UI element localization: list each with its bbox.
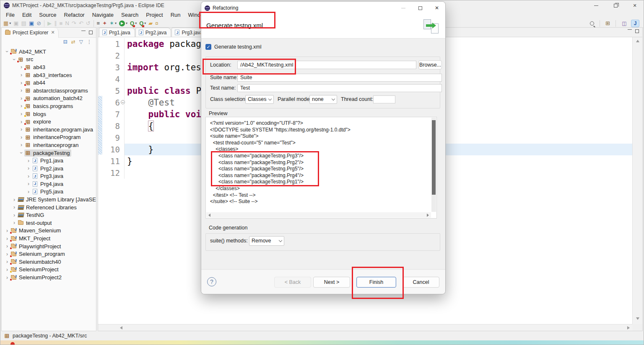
browse-button[interactable]: Browse... [418, 60, 442, 70]
collapsed-arrow-icon[interactable]: › [18, 96, 24, 101]
collapsed-arrow-icon[interactable]: › [11, 197, 17, 202]
test-name-input[interactable]: Test [237, 84, 442, 92]
collapsed-arrow-icon[interactable]: › [26, 166, 31, 171]
tree-item-selenium-program[interactable]: ›JSelenium_program [2, 250, 96, 258]
window-minimize-button[interactable] [587, 0, 606, 10]
collapsed-arrow-icon[interactable]: › [11, 205, 17, 210]
tree-item-automation-batch42[interactable]: ›⊞automation_batch42 [2, 95, 96, 103]
menu-run[interactable]: Run [167, 11, 184, 18]
menu-source[interactable]: Source [35, 11, 60, 18]
thread-count-input[interactable] [373, 95, 395, 103]
run-button[interactable]: ▶▾ [118, 19, 129, 28]
tree-item-blogs[interactable]: ›⊞blogs [2, 110, 96, 118]
class-selection-dropdown[interactable]: Classes [245, 95, 274, 104]
window-restore-button[interactable] [606, 0, 625, 10]
collapsed-arrow-icon[interactable]: › [18, 111, 24, 116]
collapsed-arrow-icon[interactable]: › [18, 80, 24, 85]
fold-collapse-icon[interactable]: − [121, 100, 125, 104]
tree-item-inheritanceprogran[interactable]: ›⊞inheritanceprogran [2, 141, 96, 149]
preview-horizontal-scrollbar[interactable] [206, 212, 431, 218]
search-torch-button[interactable]: ¤ [154, 19, 159, 28]
tree-item-test-output[interactable]: ›test-output [2, 219, 96, 227]
skip-breakpoints-button[interactable]: ⊘ [35, 19, 42, 28]
collapsed-arrow-icon[interactable]: › [4, 228, 10, 233]
collapsed-arrow-icon[interactable]: › [18, 119, 24, 124]
window-close-button[interactable]: ✕ [625, 0, 644, 10]
tree-item-seleniumbatch40[interactable]: ›JSeleniumbatch40 [2, 258, 96, 266]
collapsed-arrow-icon[interactable]: › [18, 72, 24, 77]
preview-vertical-scrollbar[interactable] [431, 118, 436, 212]
view-menu-icon[interactable]: ⋮ [87, 39, 92, 45]
dropdown-arrow-icon[interactable]: ▾ [126, 21, 127, 25]
external-tools-button[interactable]: ✦ [101, 19, 108, 28]
menu-navigate[interactable]: Navigate [88, 11, 117, 18]
tree-item-seleniumproject2[interactable]: ›JSeleniumProject2 [2, 273, 96, 281]
open-console-button[interactable]: ▣ [28, 19, 35, 28]
tree-item-inheritance-program-java[interactable]: ›⊞inheritance.program.java [2, 126, 96, 134]
tree-item-explore[interactable]: ›⊞explore [2, 118, 96, 126]
dropdown-arrow-icon[interactable]: ▾ [9, 21, 11, 25]
suite-methods-dropdown[interactable]: Remove [249, 236, 284, 246]
tree-item-inheritanceprogram[interactable]: ›⊞inheritanceProgram [2, 134, 96, 142]
tree-item-ab42-mkt[interactable]: ›JAb42_MKT [2, 48, 96, 56]
editor-minimize-icon[interactable] [628, 29, 632, 33]
suite-name-input[interactable]: Suite [237, 74, 442, 82]
collapsed-arrow-icon[interactable]: › [18, 142, 24, 147]
editor-tab-prg2-java[interactable]: JPrg2.java [135, 28, 171, 37]
next-button[interactable]: Next > [313, 277, 350, 288]
collapsed-arrow-icon[interactable]: › [26, 189, 31, 194]
collapsed-arrow-icon[interactable]: › [26, 174, 31, 179]
save-button[interactable]: ▣ [12, 19, 20, 28]
editor-tab-prg1-java[interactable]: JPrg1.java [99, 28, 135, 37]
expanded-arrow-icon[interactable]: › [19, 150, 24, 156]
collapsed-arrow-icon[interactable]: › [18, 127, 24, 132]
drop-to-frame-button[interactable]: ↺ [85, 19, 92, 28]
collapsed-arrow-icon[interactable]: › [4, 244, 10, 249]
tree-item-ab43-interfaces[interactable]: ›⊞ab43_interfaces [2, 71, 96, 79]
menu-project[interactable]: Project [142, 11, 166, 18]
dropdown-arrow-icon[interactable]: ▾ [144, 21, 146, 25]
dropdown-arrow-icon[interactable]: ▾ [135, 21, 137, 25]
menu-search[interactable]: Search [117, 11, 142, 18]
open-perspective-button[interactable]: ⊞ [604, 19, 611, 28]
tree-item-basics-programs[interactable]: ›⊞basics.programs [2, 102, 96, 110]
search-icon[interactable] [589, 19, 595, 28]
tree-item-src[interactable]: ›⊞src [2, 56, 96, 64]
show-annotations-button[interactable]: ≡ [96, 19, 101, 28]
expanded-arrow-icon[interactable]: › [5, 49, 10, 54]
tree-item-prg2-java[interactable]: ›JPrg2.java [2, 165, 96, 172]
tree-item-packagetestng[interactable]: ›⊞packageTestng [2, 149, 96, 157]
collapsed-arrow-icon[interactable]: › [18, 103, 24, 108]
dropdown-arrow-icon[interactable]: ▾ [115, 21, 117, 25]
collapsed-arrow-icon[interactable]: › [4, 267, 10, 272]
menu-refactor[interactable]: Refactor [60, 11, 88, 18]
collapsed-arrow-icon[interactable]: › [4, 236, 10, 241]
tree-item-seleniumproject[interactable]: ›JSeleniumProject [2, 266, 96, 274]
expanded-arrow-icon[interactable]: › [12, 57, 17, 62]
step-over-button[interactable]: ↷ [70, 19, 78, 28]
perspective-java-button[interactable]: J [631, 20, 639, 27]
tab-project-explorer[interactable]: Project Explorer ✕ [2, 28, 59, 38]
collapse-all-icon[interactable]: ⊟ [63, 39, 68, 45]
collapsed-arrow-icon[interactable]: › [18, 64, 24, 70]
tree-item-prg3-java[interactable]: ›JPrg3.java [2, 172, 96, 180]
filter-icon[interactable]: ▽ [79, 39, 83, 45]
collapsed-arrow-icon[interactable]: › [4, 259, 10, 264]
profile-button[interactable]: Q▾ [138, 19, 147, 28]
editor-horizontal-scrollbar[interactable] [98, 324, 632, 331]
tree-item-mkt-project[interactable]: ›JMKT_Project [2, 234, 96, 242]
tree-item-testng[interactable]: ›TestNG [2, 211, 96, 219]
tree-item-referenced-libraries[interactable]: ›Referenced Libraries [2, 203, 96, 211]
tree-item-abstarctclassprograms[interactable]: ›⊞abstarctclassprograms [2, 87, 96, 95]
step-into-button[interactable]: N [64, 19, 70, 28]
editor-maximize-icon[interactable] [635, 29, 639, 33]
menu-edit[interactable]: Edit [18, 11, 35, 18]
generate-testng-checkbox[interactable]: ✓ [205, 44, 211, 50]
collapsed-arrow-icon[interactable]: › [4, 275, 10, 280]
collapsed-arrow-icon[interactable]: › [18, 135, 24, 140]
coverage-button[interactable]: Q▾ [129, 19, 138, 28]
link-with-editor-icon[interactable]: ⇄ [71, 39, 75, 45]
close-icon[interactable]: ✕ [51, 30, 55, 35]
editor-vertical-scrollbar[interactable] [632, 37, 642, 324]
tree-item-prg5-java[interactable]: ›JPrg5.java [2, 188, 96, 196]
